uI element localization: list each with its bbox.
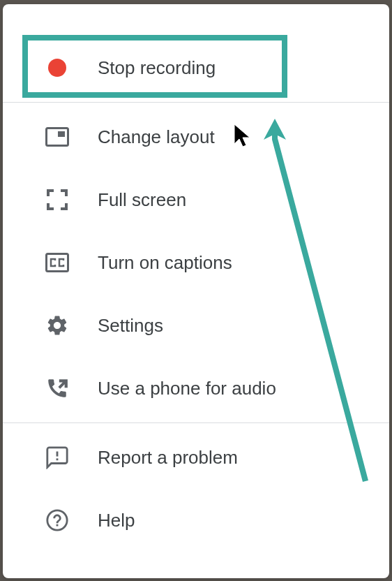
full-screen-item[interactable]: Full screen [3, 168, 389, 231]
phone-audio-label: Use a phone for audio [98, 378, 276, 399]
phone-icon [43, 374, 71, 402]
change-layout-label: Change layout [98, 126, 215, 148]
feedback-icon [43, 443, 71, 471]
settings-item[interactable]: Settings [3, 294, 389, 357]
svg-rect-1 [58, 131, 65, 137]
fullscreen-icon [43, 186, 71, 214]
phone-audio-item[interactable]: Use a phone for audio [3, 357, 389, 420]
captions-icon [43, 249, 71, 277]
help-item[interactable]: Help [3, 489, 389, 552]
options-menu: Stop recording Change layout Full screen [3, 4, 389, 578]
svg-point-5 [47, 510, 67, 530]
help-label: Help [98, 510, 135, 531]
report-label: Report a problem [98, 447, 238, 469]
full-screen-label: Full screen [98, 189, 186, 211]
layout-icon [43, 123, 71, 151]
help-icon [43, 506, 71, 534]
change-layout-item[interactable]: Change layout [3, 105, 389, 168]
stop-recording-label: Stop recording [98, 57, 216, 79]
gear-icon [43, 311, 71, 339]
report-item[interactable]: Report a problem [3, 426, 389, 489]
svg-rect-3 [56, 452, 59, 457]
captions-label: Turn on captions [98, 252, 232, 274]
svg-rect-2 [47, 254, 68, 272]
stop-recording-item[interactable]: Stop recording [3, 36, 389, 99]
svg-rect-4 [56, 458, 59, 460]
captions-item[interactable]: Turn on captions [3, 231, 389, 294]
record-icon [43, 54, 71, 82]
settings-label: Settings [98, 315, 163, 337]
